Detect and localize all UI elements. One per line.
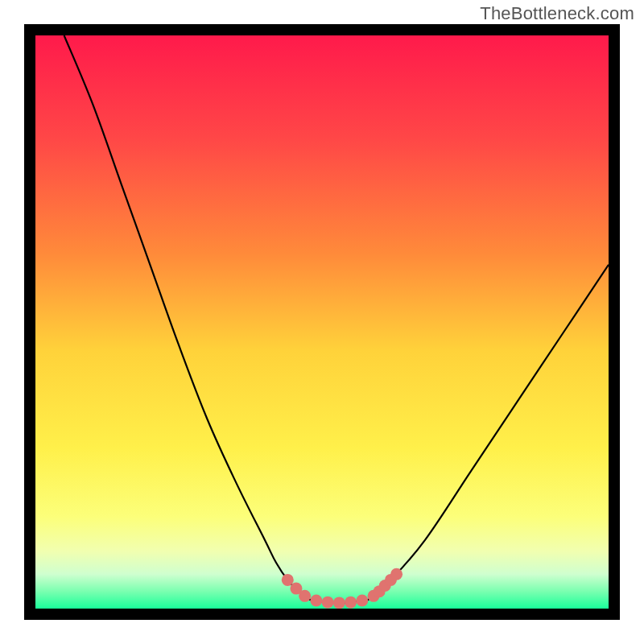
watermark-text: TheBottleneck.com <box>480 3 634 24</box>
chart-svg <box>35 35 609 609</box>
chart-root: TheBottleneck.com <box>0 0 644 644</box>
marker-point <box>333 597 345 609</box>
marker-point <box>310 595 322 607</box>
marker-point <box>356 595 368 607</box>
marker-point <box>345 597 357 609</box>
marker-point <box>390 568 402 580</box>
plot-area <box>35 35 609 609</box>
plot-border <box>24 24 620 620</box>
gradient-background <box>35 35 609 609</box>
marker-point <box>322 597 334 609</box>
marker-point <box>299 590 311 602</box>
marker-point <box>282 574 294 586</box>
